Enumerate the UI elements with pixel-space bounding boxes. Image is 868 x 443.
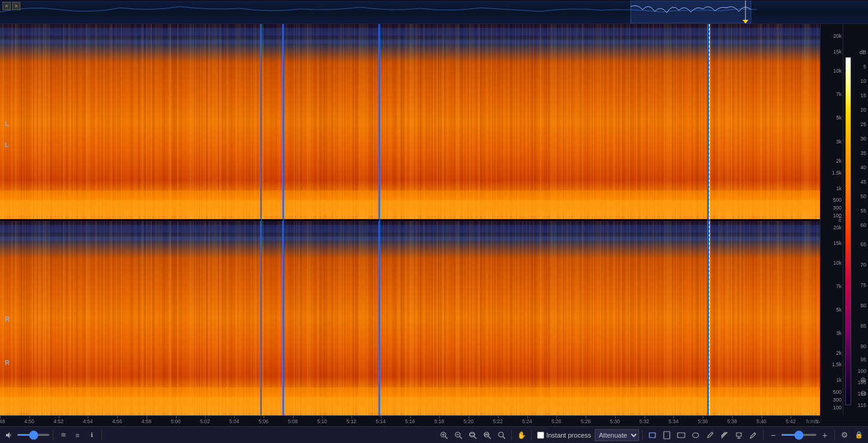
time-label: 5:04 — [229, 418, 240, 424]
db-40: 40 — [861, 164, 866, 170]
svg-rect-21 — [678, 433, 685, 438]
freq-300-bot: 300 — [833, 397, 842, 403]
freq-500-bot: 500 — [833, 389, 842, 395]
separator-7 — [834, 430, 835, 441]
separator-4 — [531, 430, 532, 441]
volume-slider-container[interactable] — [17, 434, 50, 436]
attenuate-select[interactable]: Attenuate Remove Restore — [595, 429, 639, 441]
separator-3 — [511, 430, 512, 441]
time-label: 5:42 — [786, 418, 796, 424]
rect-select-btn[interactable] — [646, 429, 659, 441]
time-label: 5:26 — [551, 418, 562, 424]
zoom-fit-btn[interactable] — [466, 429, 479, 441]
time-label: 5:06 — [258, 418, 269, 424]
db-75: 75 — [861, 282, 866, 288]
db-header: dB — [860, 49, 866, 55]
db-35: 35 — [861, 150, 866, 156]
instant-process-container: Instant process — [537, 432, 591, 439]
channel-divider — [0, 220, 820, 221]
zoom-slider[interactable] — [781, 434, 817, 436]
freq-5k-bot: 5k — [836, 307, 842, 313]
edit-marker-2 — [283, 24, 284, 415]
time-format-label: h:m:s — [806, 418, 819, 424]
db-95: 95 — [861, 357, 866, 363]
harmonic-btn[interactable] — [718, 429, 731, 441]
waveform-overview-bar: × × — [0, 0, 868, 24]
close-btn2[interactable]: × — [12, 2, 20, 10]
edit-marker-4 — [708, 24, 709, 415]
svg-point-10 — [470, 432, 475, 437]
db-15: 15 — [861, 92, 866, 98]
waveform-canvas[interactable]: × × — [0, 1, 868, 23]
stamp-btn[interactable] — [732, 429, 745, 441]
freq-select-btn[interactable] — [675, 429, 688, 441]
time-select-btn[interactable] — [660, 429, 673, 441]
db-scale: dB 5 10 15 20 25 30 35 40 45 50 55 60 65… — [843, 24, 868, 415]
freq-2k-bot: 2k — [836, 350, 842, 356]
hand-tool-btn[interactable]: ✋ — [515, 429, 528, 441]
zoom-out-btn[interactable] — [452, 429, 465, 441]
lock-btn[interactable]: 🔒 — [852, 429, 866, 441]
time-label: 4:58 — [141, 418, 151, 424]
volume-button[interactable] — [2, 429, 16, 441]
freq-hz-label: Hz — [838, 217, 842, 223]
waveform-svg — [0, 1, 868, 23]
separator-2 — [102, 430, 102, 441]
list-view-btn[interactable]: ≡ — [71, 429, 84, 441]
zoom-in-right[interactable]: ⊕ — [860, 376, 866, 384]
lasso-select-btn[interactable] — [689, 429, 702, 441]
db-55: 55 — [861, 208, 866, 214]
instant-process-checkbox[interactable] — [537, 432, 544, 439]
time-label: 5:12 — [347, 418, 357, 424]
zoom-out-right[interactable]: ⊖ — [860, 389, 866, 397]
db-45: 45 — [861, 179, 866, 185]
time-label: 5:34 — [669, 418, 679, 424]
time-label: 5:28 — [581, 418, 591, 424]
zoom-sel-btn[interactable] — [481, 429, 494, 441]
freq-500-top: 500 — [833, 197, 842, 203]
svg-line-4 — [445, 436, 448, 439]
svg-rect-19 — [649, 433, 655, 438]
time-label: 5:32 — [639, 418, 649, 424]
zoom-in-btn[interactable] — [437, 429, 451, 441]
db-90: 90 — [861, 343, 866, 349]
time-label: 4:56 — [112, 418, 123, 424]
time-label: 5:00 — [171, 418, 181, 424]
freq-20k-top: 20k — [833, 33, 842, 39]
info-btn[interactable]: ℹ — [85, 429, 99, 441]
freq-10k-bot: 10k — [833, 260, 842, 266]
channel-label-right: R — [5, 359, 10, 366]
time-label: 5:14 — [375, 418, 386, 424]
time-label: 4:50 — [24, 418, 34, 424]
svg-line-8 — [460, 436, 462, 439]
svg-line-11 — [474, 436, 476, 439]
zoom-out2-btn[interactable] — [495, 429, 508, 441]
edit-marker-3 — [379, 24, 380, 415]
time-label: 4:52 — [53, 418, 64, 424]
svg-point-17 — [499, 432, 503, 437]
separator-6 — [763, 430, 763, 441]
db-50: 50 — [861, 193, 866, 199]
db-60: 60 — [861, 222, 866, 228]
brush-btn[interactable] — [703, 429, 717, 441]
db-5: 5 — [863, 64, 866, 70]
close-btn[interactable]: × — [2, 2, 11, 10]
separator-5 — [642, 430, 643, 441]
time-label: 5:30 — [610, 418, 620, 424]
spectrogram-container[interactable]: L R — [0, 24, 820, 415]
volume-slider[interactable] — [17, 434, 50, 436]
waveform-view-btn[interactable]: ≋ — [56, 429, 70, 441]
toolbar: ≋ ≡ ℹ ✋ — [0, 426, 868, 443]
settings-btn[interactable]: ⚙ — [838, 429, 851, 441]
zoom-minus-btn[interactable]: − — [766, 429, 780, 441]
freq-15k-bot: 15k — [833, 240, 842, 246]
pencil-btn[interactable] — [747, 429, 760, 441]
freq-1-5k-top: 1.5k — [832, 170, 842, 176]
db-10: 10 — [861, 78, 866, 84]
freq-3k-top: 3k — [836, 139, 842, 145]
svg-rect-26 — [736, 433, 741, 436]
freq-10k-top: 10k — [833, 68, 842, 74]
zoom-plus-btn[interactable]: + — [818, 429, 831, 441]
separator-1 — [53, 430, 53, 441]
db-65: 65 — [861, 241, 866, 247]
